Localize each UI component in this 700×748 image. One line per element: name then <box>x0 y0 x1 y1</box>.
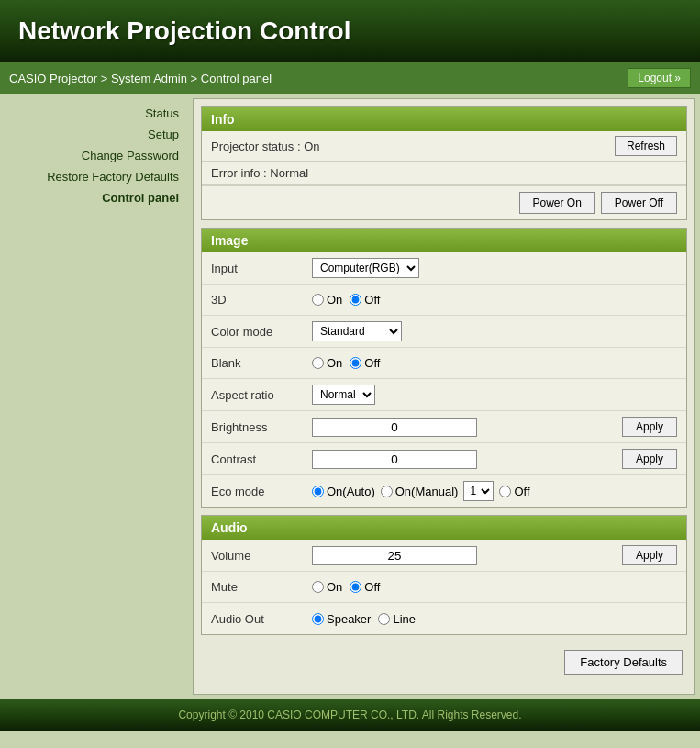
eco-off-label[interactable]: Off <box>499 485 529 498</box>
brightness-apply-button[interactable]: Apply <box>622 417 677 437</box>
contrast-label: Contrast <box>211 452 312 466</box>
eco-mode-control: On(Auto) On(Manual) 1 2 3 Off <box>312 481 677 501</box>
audio-out-control: Speaker Line <box>312 612 677 626</box>
aspect-select[interactable]: Normal 4:3 16:9 Full <box>312 385 375 405</box>
line-radio[interactable] <box>378 613 390 625</box>
error-info-label: Error info : Normal <box>211 166 677 180</box>
error-info-row: Error info : Normal <box>202 162 686 185</box>
input-control: Computer(RGB) Video S-Video HDMI <box>312 258 677 278</box>
app-title: Network Projection Control <box>18 17 682 46</box>
footer: Copyright © 2010 CASIO COMPUTER CO., LTD… <box>0 699 700 731</box>
3d-on-radio[interactable] <box>312 294 324 306</box>
volume-label: Volume <box>211 549 312 563</box>
contrast-row: Contrast Apply <box>202 443 686 475</box>
audio-out-label: Audio Out <box>211 612 312 626</box>
input-select[interactable]: Computer(RGB) Video S-Video HDMI <box>312 258 419 278</box>
sidebar-item-change-password[interactable]: Change Password <box>0 145 193 166</box>
blank-off-label[interactable]: Off <box>350 356 380 370</box>
main-layout: Status Setup Change Password Restore Fac… <box>0 94 700 699</box>
volume-input[interactable] <box>312 546 477 565</box>
content-area: Info Projector status : On Refresh Error… <box>193 98 695 695</box>
brightness-input[interactable] <box>312 418 477 437</box>
aspect-label: Aspect ratio <box>211 388 312 402</box>
mute-off-label[interactable]: Off <box>350 580 380 594</box>
blank-control: On Off <box>312 356 677 370</box>
audio-section: Audio Volume Apply Mute On <box>201 515 687 635</box>
projector-status-label: Projector status : On <box>211 140 615 153</box>
aspect-row: Aspect ratio Normal 4:3 16:9 Full <box>202 379 686 411</box>
blank-row: Blank On Off <box>202 348 686 379</box>
header: Network Projection Control <box>0 0 700 62</box>
mute-row: Mute On Off <box>202 572 686 603</box>
contrast-input[interactable] <box>312 450 477 469</box>
brightness-control: Apply <box>312 417 677 437</box>
power-row: Power On Power Off <box>202 185 686 219</box>
3d-control: On Off <box>312 293 677 307</box>
eco-on-auto-radio[interactable] <box>312 486 324 497</box>
line-label[interactable]: Line <box>378 612 416 626</box>
input-row: Input Computer(RGB) Video S-Video HDMI <box>202 252 686 285</box>
refresh-button[interactable]: Refresh <box>615 136 677 156</box>
sidebar-item-setup[interactable]: Setup <box>0 124 193 145</box>
eco-level-select[interactable]: 1 2 3 <box>463 481 494 501</box>
factory-defaults-row: Factory Defaults <box>201 642 687 682</box>
brightness-label: Brightness <box>211 420 312 434</box>
audio-out-row: Audio Out Speaker Line <box>202 603 686 634</box>
blank-on-label[interactable]: On <box>312 356 342 370</box>
color-mode-row: Color mode Standard Presentation Cinema … <box>202 316 686 348</box>
aspect-control: Normal 4:3 16:9 Full <box>312 385 677 405</box>
sidebar-item-status[interactable]: Status <box>0 103 193 124</box>
power-off-button[interactable]: Power Off <box>601 192 677 214</box>
projector-status-row: Projector status : On Refresh <box>202 131 686 162</box>
blank-label: Blank <box>211 356 312 370</box>
logout-button[interactable]: Logout » <box>628 68 691 88</box>
mute-on-label[interactable]: On <box>312 580 342 594</box>
3d-off-label[interactable]: Off <box>350 293 380 307</box>
color-mode-select[interactable]: Standard Presentation Cinema Natural <box>312 321 402 341</box>
sidebar: Status Setup Change Password Restore Fac… <box>0 94 193 699</box>
factory-defaults-button[interactable]: Factory Defaults <box>564 650 683 675</box>
blank-on-radio[interactable] <box>312 357 324 369</box>
volume-control: Apply <box>312 545 677 565</box>
input-label: Input <box>211 262 312 275</box>
speaker-radio[interactable] <box>312 613 324 625</box>
3d-row: 3D On Off <box>202 285 686 316</box>
mute-off-radio[interactable] <box>350 581 361 593</box>
sidebar-item-control-panel[interactable]: Control panel <box>0 187 193 208</box>
audio-section-header: Audio <box>202 516 686 540</box>
navbar: CASIO Projector > System Admin > Control… <box>0 62 700 94</box>
contrast-control: Apply <box>312 449 677 469</box>
3d-off-radio[interactable] <box>350 294 361 306</box>
breadcrumb: CASIO Projector > System Admin > Control… <box>9 72 272 85</box>
brightness-row: Brightness Apply <box>202 411 686 443</box>
power-on-button[interactable]: Power On <box>519 192 595 214</box>
mute-control: On Off <box>312 580 677 594</box>
copyright-text: Copyright © 2010 CASIO COMPUTER CO., LTD… <box>178 709 521 721</box>
3d-on-label[interactable]: On <box>312 293 342 307</box>
eco-mode-row: Eco mode On(Auto) On(Manual) 1 2 3 <box>202 475 686 507</box>
mute-on-radio[interactable] <box>312 581 324 593</box>
eco-on-manual-radio[interactable] <box>381 486 393 497</box>
eco-mode-label: Eco mode <box>211 485 312 498</box>
speaker-label[interactable]: Speaker <box>312 612 371 626</box>
info-section: Info Projector status : On Refresh Error… <box>201 106 687 220</box>
eco-off-radio[interactable] <box>499 486 511 497</box>
volume-apply-button[interactable]: Apply <box>622 545 677 565</box>
contrast-apply-button[interactable]: Apply <box>622 449 677 469</box>
blank-off-radio[interactable] <box>350 357 361 369</box>
eco-on-manual-label[interactable]: On(Manual) <box>381 485 459 498</box>
sidebar-item-restore-factory[interactable]: Restore Factory Defaults <box>0 166 193 187</box>
eco-on-auto-label[interactable]: On(Auto) <box>312 485 375 498</box>
volume-row: Volume Apply <box>202 540 686 572</box>
image-section: Image Input Computer(RGB) Video S-Video … <box>201 228 687 508</box>
color-mode-label: Color mode <box>211 325 312 339</box>
image-section-header: Image <box>202 229 686 252</box>
color-mode-control: Standard Presentation Cinema Natural <box>312 321 677 341</box>
mute-label: Mute <box>211 580 312 594</box>
3d-label: 3D <box>211 293 312 307</box>
info-section-header: Info <box>202 107 686 131</box>
